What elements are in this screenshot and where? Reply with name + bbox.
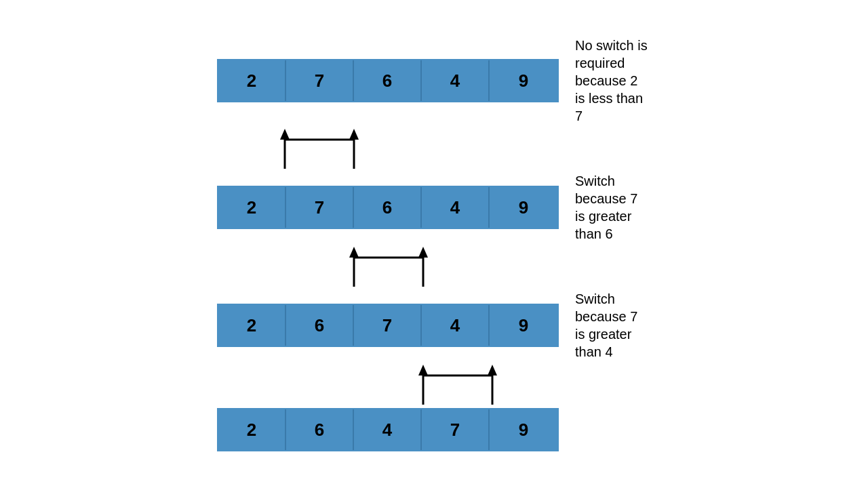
row3-wrapper: 2 6 7 4 9 Switch because 7 is greater th… xyxy=(217,290,651,361)
svg-marker-8 xyxy=(349,247,359,258)
row3-cell-2: 7 xyxy=(354,305,422,346)
row2-cell-4: 9 xyxy=(490,187,557,228)
row3-cell-1: 6 xyxy=(286,305,354,346)
row2-label: Switch because 7 is greater than 6 xyxy=(575,172,651,243)
arrow1-svg xyxy=(217,125,557,172)
row4-array: 2 6 4 7 9 xyxy=(217,408,559,451)
svg-marker-14 xyxy=(488,365,497,375)
row1-wrapper: 2 7 6 4 9 No switch is required because … xyxy=(217,37,651,125)
row1-cell-2: 6 xyxy=(354,60,422,101)
arrow1 xyxy=(217,125,557,172)
svg-marker-4 xyxy=(349,129,359,140)
row1-label: No switch is required because 2 is less … xyxy=(575,37,651,125)
arrow2 xyxy=(217,243,557,290)
row1-cell-0: 2 xyxy=(218,60,286,101)
row2-cell-2: 6 xyxy=(354,187,422,228)
svg-marker-3 xyxy=(280,129,290,140)
row3-cell-4: 9 xyxy=(490,305,557,346)
arrow3-svg xyxy=(217,361,557,408)
diagram-container: 2 7 6 4 9 No switch is required because … xyxy=(217,37,651,451)
arrow2-svg xyxy=(217,243,557,290)
row3-label: Switch because 7 is greater than 4 xyxy=(575,290,651,361)
svg-marker-13 xyxy=(418,365,428,375)
arrow3 xyxy=(217,361,557,408)
row2-array: 2 7 6 4 9 xyxy=(217,186,559,229)
row1-cell-1: 7 xyxy=(286,60,354,101)
row2-cell-1: 7 xyxy=(286,187,354,228)
row4-cell-4: 9 xyxy=(490,409,557,450)
row4-wrapper: 2 6 4 7 9 xyxy=(217,408,559,451)
row3-cell-0: 2 xyxy=(218,305,286,346)
row4-cell-3: 7 xyxy=(422,409,490,450)
row2-cell-0: 2 xyxy=(218,187,286,228)
row1-cell-3: 4 xyxy=(422,60,490,101)
row1-cell-4: 9 xyxy=(490,60,557,101)
row3-array: 2 6 7 4 9 xyxy=(217,304,559,347)
row1-array: 2 7 6 4 9 xyxy=(217,59,559,102)
row4-cell-1: 6 xyxy=(286,409,354,450)
row2-cell-3: 4 xyxy=(422,187,490,228)
row4-cell-2: 4 xyxy=(354,409,422,450)
svg-marker-9 xyxy=(418,247,428,258)
row3-cell-3: 4 xyxy=(422,305,490,346)
row2-wrapper: 2 7 6 4 9 Switch because 7 is greater th… xyxy=(217,172,651,243)
row4-cell-0: 2 xyxy=(218,409,286,450)
